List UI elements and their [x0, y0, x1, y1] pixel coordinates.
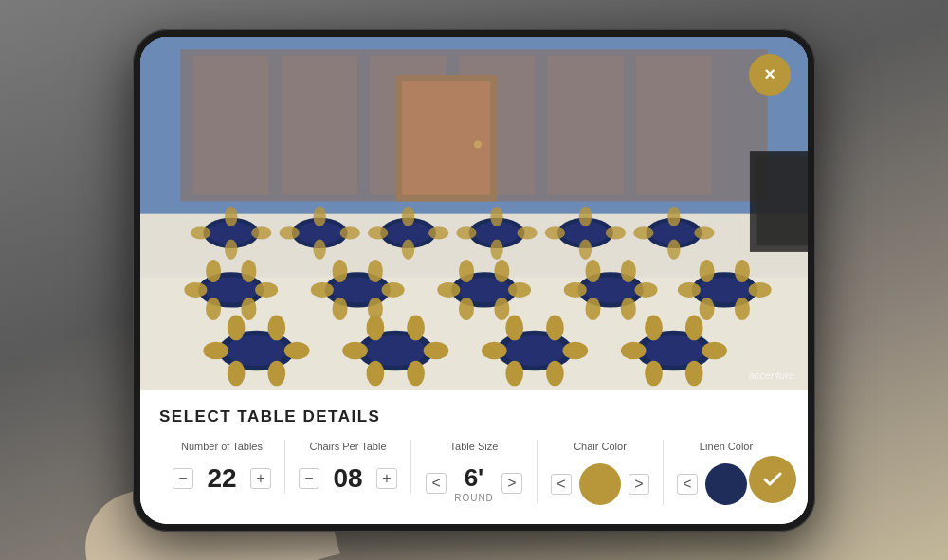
svg-point-94 — [203, 341, 228, 359]
svg-point-86 — [678, 281, 701, 297]
svg-point-56 — [206, 259, 221, 281]
svg-point-75 — [494, 297, 509, 319]
number-of-tables-value: 22 — [201, 463, 243, 494]
svg-point-31 — [428, 226, 448, 239]
svg-point-112 — [505, 315, 523, 340]
table-size-label: Table Size — [450, 440, 499, 453]
svg-point-39 — [490, 239, 502, 259]
svg-point-122 — [645, 360, 663, 386]
phone-shell: × — [133, 29, 815, 532]
table-size-group: Table Size < 6' ROUND > — [411, 440, 538, 502]
svg-point-99 — [267, 360, 285, 386]
chairs-per-table-minus[interactable]: − — [299, 468, 319, 489]
svg-point-30 — [368, 226, 388, 239]
svg-rect-8 — [282, 56, 357, 195]
bottom-panel: SELECT TABLE DETAILS Number of Tables − … — [140, 390, 808, 523]
linen-color-prev[interactable]: < — [677, 474, 698, 495]
svg-point-95 — [284, 341, 310, 359]
svg-point-50 — [667, 206, 680, 226]
svg-point-118 — [621, 341, 647, 359]
svg-point-87 — [749, 281, 772, 297]
svg-rect-7 — [193, 56, 269, 195]
controls-row: Number of Tables − 22 + Chairs Per Table… — [159, 440, 789, 504]
chairs-per-table-value: 08 — [327, 463, 369, 494]
table-size-prev[interactable]: < — [426, 473, 447, 494]
accenture-watermark: accenture — [749, 370, 794, 381]
svg-point-97 — [267, 315, 285, 340]
svg-point-26 — [313, 206, 325, 226]
chair-color-prev[interactable]: < — [551, 474, 572, 495]
svg-point-55 — [255, 281, 278, 297]
svg-rect-14 — [402, 81, 490, 194]
svg-point-71 — [508, 281, 531, 297]
svg-point-48 — [633, 226, 653, 239]
svg-point-33 — [402, 239, 414, 259]
number-of-tables-plus[interactable]: + — [250, 468, 271, 489]
table-size-sub: ROUND — [454, 493, 494, 503]
linen-color-label: Linen Color — [700, 440, 753, 453]
table-size-stepper: < 6' ROUND > — [426, 463, 522, 503]
svg-point-57 — [241, 259, 256, 281]
confirm-button[interactable] — [749, 456, 796, 503]
svg-point-19 — [251, 226, 271, 239]
number-of-tables-label: Number of Tables — [181, 440, 263, 453]
svg-point-78 — [564, 281, 587, 297]
chairs-per-table-stepper: − 08 + — [299, 463, 397, 494]
svg-point-58 — [206, 297, 221, 319]
svg-point-111 — [562, 341, 588, 359]
svg-point-102 — [342, 341, 368, 359]
close-button[interactable]: × — [749, 54, 791, 96]
svg-point-73 — [494, 259, 509, 281]
svg-rect-125 — [757, 156, 808, 244]
svg-point-62 — [311, 281, 334, 297]
number-of-tables-minus[interactable]: − — [173, 468, 193, 489]
chair-color-label: Chair Color — [574, 440, 627, 453]
chairs-per-table-plus[interactable]: + — [376, 468, 397, 489]
svg-point-82 — [585, 297, 600, 319]
chair-color-next[interactable]: > — [629, 474, 649, 495]
svg-point-37 — [517, 226, 537, 239]
svg-point-49 — [694, 226, 714, 239]
svg-point-106 — [367, 360, 385, 386]
svg-point-121 — [685, 315, 703, 340]
phone-screen: × — [140, 37, 808, 524]
svg-point-21 — [225, 239, 237, 259]
svg-rect-11 — [547, 56, 623, 195]
linen-color-swatch[interactable] — [705, 463, 747, 505]
svg-point-20 — [225, 206, 237, 226]
svg-point-110 — [482, 341, 507, 359]
chairs-per-table-label: Chairs Per Table — [309, 440, 386, 453]
svg-point-64 — [333, 259, 348, 281]
svg-point-113 — [546, 315, 564, 340]
svg-point-98 — [228, 360, 246, 386]
svg-point-115 — [546, 360, 564, 386]
chair-color-swatch[interactable] — [579, 463, 621, 505]
svg-point-114 — [505, 360, 523, 386]
number-of-tables-group: Number of Tables − 22 + — [159, 440, 285, 493]
svg-point-63 — [382, 281, 405, 297]
svg-point-119 — [702, 341, 727, 359]
chairs-per-table-group: Chairs Per Table − 08 + — [285, 440, 411, 493]
ar-view: accenture — [140, 37, 808, 391]
svg-point-107 — [407, 360, 425, 386]
table-size-next[interactable]: > — [501, 473, 522, 494]
svg-point-32 — [402, 206, 414, 226]
svg-point-79 — [635, 281, 658, 297]
scene: × — [0, 0, 948, 560]
svg-point-54 — [184, 281, 207, 297]
svg-point-27 — [313, 239, 325, 259]
svg-point-45 — [579, 239, 592, 259]
svg-point-59 — [241, 297, 256, 319]
svg-point-15 — [474, 140, 482, 148]
svg-point-65 — [368, 259, 383, 281]
chair-color-stepper: < > — [551, 463, 649, 505]
svg-point-72 — [459, 259, 474, 281]
svg-point-25 — [340, 226, 360, 239]
svg-point-91 — [735, 297, 750, 319]
svg-point-123 — [685, 360, 703, 386]
svg-point-88 — [700, 259, 715, 281]
svg-point-90 — [700, 297, 715, 319]
svg-point-18 — [191, 226, 210, 239]
svg-point-51 — [667, 239, 680, 259]
svg-point-104 — [367, 315, 385, 340]
